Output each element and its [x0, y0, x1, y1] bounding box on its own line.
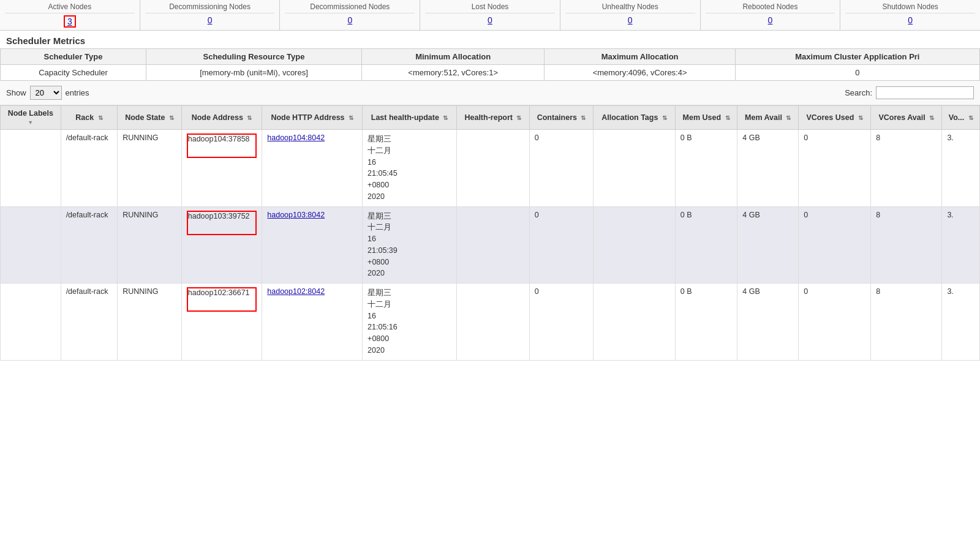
mem-used-cell: 0 B [675, 130, 737, 207]
table-header[interactable]: Allocation Tags ⇅ [594, 106, 676, 130]
table-header[interactable]: Mem Used ⇅ [675, 106, 737, 130]
node-stats-bar: Active Nodes3Decommissioning Nodes0Decom… [0, 0, 980, 31]
node-stat-value[interactable]: 0 [845, 15, 975, 25]
table-controls: Show 102050100 entries Search: [0, 81, 980, 105]
sort-arrows-icon: ⇅ [349, 115, 353, 121]
scheduler-header: Scheduler Type [1, 49, 146, 65]
node-address-redbox: hadoop102:36671 [187, 287, 257, 312]
table-header[interactable]: VCores Used ⇅ [799, 106, 871, 130]
vo-more-cell: 3. [942, 206, 980, 284]
node-address-redbox: hadoop104:37858 [187, 133, 257, 158]
scheduler-header: Maximum Cluster Application Pri [735, 49, 979, 65]
rack-cell: /default-rack [61, 284, 118, 361]
node-stat-value[interactable]: 0 [706, 15, 835, 25]
scheduler-cell: [memory-mb (unit=Mi), vcores] [146, 65, 362, 81]
node-address-cell: hadoop102:36671 [181, 284, 262, 361]
node-stat-header: Decommissioned Nodes [285, 2, 415, 13]
vo-more-cell: 3. [942, 130, 980, 207]
table-header[interactable]: Containers ⇅ [529, 106, 594, 130]
scheduler-header: Maximum Allocation [545, 49, 735, 65]
vcores-used-cell: 0 [799, 130, 871, 207]
table-header[interactable]: Node Address ⇅ [181, 106, 262, 130]
show-label: Show [6, 88, 26, 97]
node-stat-value[interactable]: 0 [285, 15, 415, 25]
vcores-avail-cell: 8 [871, 206, 942, 284]
node-state-cell: RUNNING [118, 206, 182, 284]
node-http-link[interactable]: hadoop103:8042 [267, 211, 325, 219]
table-header[interactable]: Vo... ⇅ [942, 106, 980, 130]
table-header[interactable]: Mem Avail ⇅ [737, 106, 799, 130]
sort-arrows-icon: ⇅ [247, 115, 252, 121]
table-header[interactable]: VCores Avail ⇅ [871, 106, 942, 130]
rack-cell: /default-rack [61, 206, 118, 284]
node-stat-value[interactable]: 0 [145, 15, 275, 25]
node-http-address-cell[interactable]: hadoop104:8042 [262, 130, 363, 207]
sort-arrows-icon: ⇅ [662, 115, 667, 121]
node-state-cell: RUNNING [118, 284, 182, 361]
node-http-link[interactable]: hadoop104:8042 [267, 133, 325, 142]
node-stat-value[interactable]: 0 [565, 15, 695, 25]
node-stat-cell[interactable]: Lost Nodes0 [420, 0, 560, 30]
table-header[interactable]: Rack ⇅ [61, 106, 118, 130]
last-health-update-cell: 星期三 十二月 16 21:05:16 +0800 2020 [363, 284, 457, 361]
rack-cell: /default-rack [61, 130, 118, 207]
sort-arrows-icon: ⇅ [858, 115, 863, 121]
node-labels-cell [1, 284, 61, 361]
node-state-cell: RUNNING [118, 130, 182, 207]
mem-avail-cell: 4 GB [737, 284, 799, 361]
node-stat-cell[interactable]: Decommissioned Nodes0 [280, 0, 420, 30]
node-stat-cell[interactable]: Rebooted Nodes0 [701, 0, 841, 30]
sort-arrows-icon: ⇅ [516, 115, 521, 121]
containers-cell: 0 [529, 206, 594, 284]
vcores-avail-cell: 8 [871, 130, 942, 207]
search-input[interactable] [876, 86, 974, 99]
sort-arrows-icon: ⇅ [98, 115, 103, 121]
last-health-update-cell: 星期三 十二月 16 21:05:39 +0800 2020 [363, 206, 457, 284]
node-http-address-cell[interactable]: hadoop103:8042 [262, 206, 363, 284]
node-stat-header: Shutdown Nodes [845, 2, 975, 13]
scheduler-header: Scheduling Resource Type [146, 49, 362, 65]
sort-arrow-icon: ▼ [28, 119, 33, 126]
entries-label: entries [66, 88, 89, 97]
node-stat-header: Unhealthy Nodes [565, 2, 695, 13]
node-stat-cell[interactable]: Unhealthy Nodes0 [560, 0, 701, 30]
node-stat-cell[interactable]: Shutdown Nodes0 [840, 0, 980, 30]
node-http-address-cell[interactable]: hadoop102:8042 [262, 284, 363, 361]
node-address-cell: hadoop104:37858 [181, 130, 262, 207]
scheduler-metrics-title: Scheduler Metrics [0, 31, 980, 48]
node-stat-header: Lost Nodes [425, 2, 555, 13]
table-header[interactable]: Node HTTP Address ⇅ [262, 106, 363, 130]
table-row: /default-rackRUNNINGhadoop103:39752hadoo… [1, 206, 980, 284]
node-address-redbox: hadoop103:39752 [187, 211, 257, 235]
allocation-tags-cell [594, 130, 676, 207]
sort-arrows-icon: ⇅ [786, 115, 791, 121]
mem-avail-cell: 4 GB [737, 206, 799, 284]
health-report-cell [457, 284, 530, 361]
last-health-update-cell: 星期三 十二月 16 21:05:45 +0800 2020 [363, 130, 457, 207]
node-stat-value[interactable]: 3 [64, 15, 76, 28]
node-stat-cell[interactable]: Decommissioning Nodes0 [140, 0, 281, 30]
show-entries-control: Show 102050100 entries [6, 86, 89, 100]
node-address-cell: hadoop103:39752 [181, 206, 262, 284]
table-header[interactable]: Last health-update ⇅ [363, 106, 457, 130]
show-select[interactable]: 102050100 [30, 86, 62, 100]
node-http-link[interactable]: hadoop102:8042 [267, 287, 325, 296]
mem-avail-cell: 4 GB [737, 130, 799, 207]
health-report-cell [457, 206, 530, 284]
node-stat-value[interactable]: 0 [425, 15, 555, 25]
node-stat-cell[interactable]: Active Nodes3 [0, 0, 140, 30]
sort-arrows-icon: ⇅ [581, 115, 586, 121]
scheduler-header: Minimum Allocation [361, 49, 545, 65]
mem-used-cell: 0 B [675, 284, 737, 361]
node-stat-header: Decommissioning Nodes [145, 2, 275, 13]
vcores-used-cell: 0 [799, 206, 871, 284]
table-header[interactable]: Node State ⇅ [118, 106, 182, 130]
table-row: /default-rackRUNNINGhadoop102:36671hadoo… [1, 284, 980, 361]
sort-arrows-icon: ⇅ [443, 115, 448, 121]
nodes-table: Node Labels▼Rack ⇅Node State ⇅Node Addre… [0, 105, 980, 361]
table-header[interactable]: Health-report ⇅ [457, 106, 530, 130]
scheduler-cell: <memory:512, vCores:1> [361, 65, 545, 81]
vo-more-cell: 3. [942, 284, 980, 361]
table-header: Node Labels▼ [1, 106, 61, 130]
node-labels-cell [1, 130, 61, 207]
